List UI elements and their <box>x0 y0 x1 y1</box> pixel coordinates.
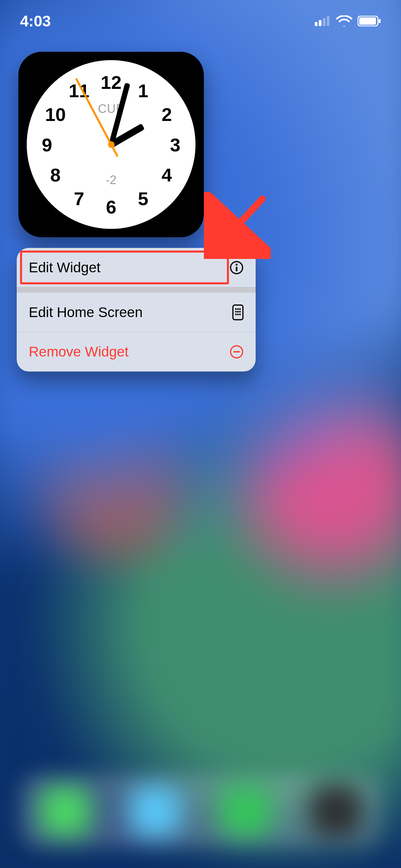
svg-point-19 <box>239 313 241 315</box>
dock-blur <box>20 774 381 848</box>
svg-point-12 <box>237 308 239 310</box>
status-time: 4:03 <box>20 12 51 30</box>
clock-center <box>108 141 115 148</box>
svg-point-14 <box>235 311 237 312</box>
menu-item-edit-home-screen[interactable]: Edit Home Screen <box>17 293 256 332</box>
hour-mark: 7 <box>74 188 84 210</box>
svg-rect-2 <box>323 18 326 26</box>
apps-phone-icon <box>232 304 244 320</box>
battery-icon <box>358 16 381 26</box>
hour-mark: 9 <box>42 134 52 155</box>
svg-rect-21 <box>233 351 240 352</box>
wifi-icon <box>336 16 352 27</box>
cellular-icon <box>315 16 331 26</box>
hour-mark: 12 <box>100 71 121 93</box>
circle-minus-icon <box>229 345 244 359</box>
svg-point-17 <box>235 313 237 315</box>
clock-offset-label: -2 <box>105 173 116 187</box>
svg-rect-0 <box>315 22 317 26</box>
svg-point-13 <box>239 308 241 310</box>
svg-point-15 <box>237 311 239 312</box>
menu-item-edit-widget[interactable]: Edit Widget <box>17 248 256 287</box>
svg-point-18 <box>237 313 239 315</box>
hour-mark: 5 <box>138 188 148 210</box>
menu-item-label: Edit Widget <box>29 259 100 276</box>
status-bar: 4:03 <box>0 9 401 33</box>
svg-point-8 <box>236 264 238 266</box>
svg-rect-6 <box>379 19 381 23</box>
clock-face: CUP -2 12 1 2 3 4 5 6 7 8 9 10 11 <box>27 60 195 229</box>
menu-item-label: Remove Widget <box>29 344 129 360</box>
hour-mark: 10 <box>45 103 66 125</box>
menu-separator <box>17 287 256 293</box>
svg-rect-9 <box>236 267 238 271</box>
hour-mark: 6 <box>106 196 116 218</box>
menu-item-label: Edit Home Screen <box>29 304 143 320</box>
info-icon <box>229 260 244 275</box>
svg-rect-1 <box>319 20 321 26</box>
hour-mark: 1 <box>138 80 148 101</box>
svg-rect-5 <box>359 18 376 25</box>
context-menu: Edit Widget Edit Home Screen Remove Widg… <box>17 248 256 372</box>
hour-mark: 3 <box>170 134 181 155</box>
svg-point-16 <box>239 311 241 312</box>
hour-mark: 8 <box>50 164 60 186</box>
svg-rect-3 <box>327 16 330 26</box>
status-right <box>315 16 381 27</box>
svg-point-11 <box>235 308 237 310</box>
hour-mark: 4 <box>162 164 172 186</box>
hour-mark: 2 <box>162 103 172 125</box>
clock-widget[interactable]: CUP -2 12 1 2 3 4 5 6 7 8 9 10 11 <box>19 52 204 237</box>
menu-item-remove-widget[interactable]: Remove Widget <box>17 332 256 372</box>
